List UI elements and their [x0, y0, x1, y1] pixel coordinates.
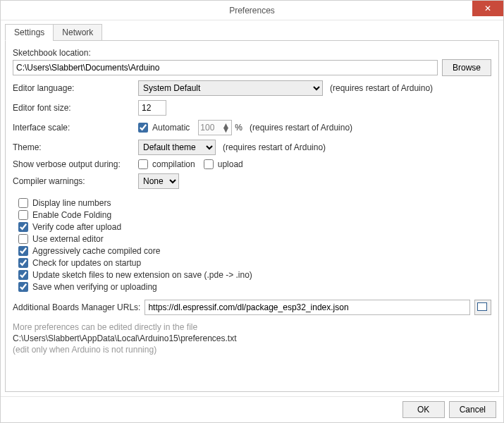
external-checkbox[interactable] — [18, 234, 28, 244]
sketchbook-location-input[interactable] — [13, 60, 438, 75]
sketchext-label[interactable]: Update sketch files to new extension on … — [32, 270, 252, 280]
cache-checkbox[interactable] — [18, 246, 28, 256]
saveverify-label[interactable]: Save when verifying or uploading — [32, 282, 157, 292]
boards-expand-button[interactable] — [474, 300, 491, 315]
verify-checkbox[interactable] — [18, 222, 28, 232]
spinner-arrows-icon: ▲▼ — [221, 123, 230, 132]
compilation-label[interactable]: compilation — [152, 159, 195, 169]
edit-note-text: (edit only when Arduino is not running) — [13, 345, 491, 355]
scale-label: Interface scale: — [13, 123, 138, 133]
saveverify-checkbox[interactable] — [18, 282, 28, 292]
ok-button[interactable]: OK — [402, 401, 445, 418]
theme-select[interactable]: Default theme — [138, 140, 216, 155]
updates-label[interactable]: Check for updates on startup — [32, 258, 141, 268]
automatic-label[interactable]: Automatic — [152, 123, 190, 133]
tabs: Settings Network — [5, 23, 499, 40]
prefs-path-text: C:\Users\Slabbert\AppData\Local\Arduino1… — [13, 333, 491, 343]
checkbox-stack: Display line numbers Enable Code Folding… — [13, 196, 491, 294]
percent-label: % — [235, 123, 242, 133]
updates-checkbox[interactable] — [18, 258, 28, 268]
linenumbers-checkbox[interactable] — [18, 198, 28, 208]
fontsize-label: Editor font size: — [13, 103, 138, 113]
tab-network[interactable]: Network — [53, 24, 102, 41]
codefolding-checkbox[interactable] — [18, 210, 28, 220]
browse-button[interactable]: Browse — [442, 59, 491, 76]
language-hint: (requires restart of Arduino) — [330, 83, 433, 93]
theme-hint: (requires restart of Arduino) — [223, 142, 326, 152]
more-prefs-text: More preferences can be edited directly … — [13, 322, 491, 332]
boards-label: Additional Boards Manager URLs: — [13, 302, 140, 312]
language-label: Editor language: — [13, 83, 138, 93]
scale-spinner[interactable]: 100 ▲▼ — [198, 120, 232, 135]
verbose-label: Show verbose output during: — [13, 159, 138, 169]
theme-label: Theme: — [13, 142, 138, 152]
close-icon: ✕ — [484, 4, 491, 13]
upload-checkbox[interactable] — [204, 159, 214, 169]
scale-hint: (requires restart of Arduino) — [250, 123, 352, 133]
language-select[interactable]: System Default — [138, 80, 323, 96]
cancel-button[interactable]: Cancel — [449, 401, 496, 418]
boards-url-input[interactable] — [145, 300, 470, 315]
fontsize-input[interactable] — [138, 100, 166, 116]
close-button[interactable]: ✕ — [472, 1, 503, 16]
tab-settings[interactable]: Settings — [5, 24, 54, 41]
warnings-label: Compiler warnings: — [13, 176, 138, 186]
sketchbook-label: Sketchbook location: — [13, 48, 91, 58]
codefolding-label[interactable]: Enable Code Folding — [32, 210, 111, 220]
settings-panel: Sketchbook location: Browse Editor langu… — [5, 40, 499, 392]
warnings-select[interactable]: None — [138, 173, 179, 189]
window-title: Preferences — [229, 6, 275, 16]
compilation-checkbox[interactable] — [138, 159, 148, 169]
titlebar: Preferences ✕ — [1, 1, 503, 20]
dialog-buttons: OK Cancel — [1, 396, 503, 422]
preferences-window: Preferences ✕ Settings Network Sketchboo… — [0, 0, 504, 423]
verify-label[interactable]: Verify code after upload — [32, 222, 121, 232]
window-icon — [479, 304, 487, 311]
automatic-checkbox[interactable] — [138, 123, 148, 133]
cache-label[interactable]: Aggressively cache compiled core — [32, 246, 160, 256]
upload-label[interactable]: upload — [218, 159, 243, 169]
sketchext-checkbox[interactable] — [18, 270, 28, 280]
linenumbers-label[interactable]: Display line numbers — [32, 198, 111, 208]
external-label[interactable]: Use external editor — [32, 234, 104, 244]
